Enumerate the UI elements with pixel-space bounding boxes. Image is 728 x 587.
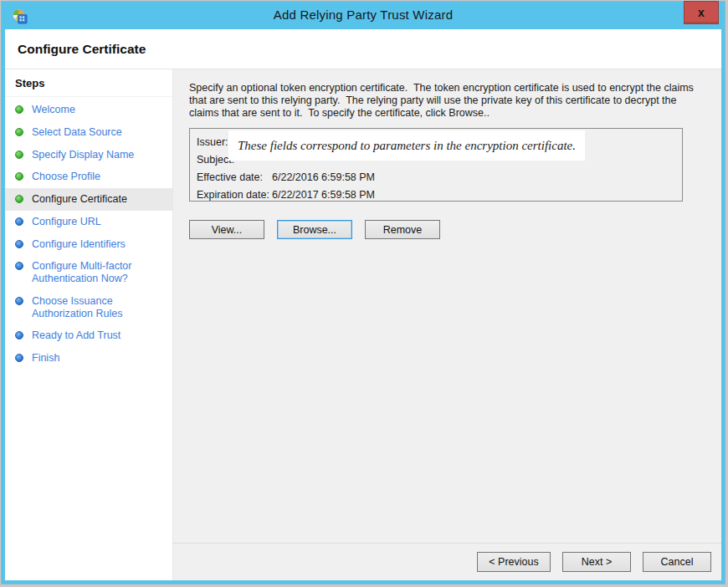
certificate-action-button[interactable]: Remove bbox=[365, 220, 440, 239]
step-item[interactable]: Configure URL bbox=[5, 211, 172, 233]
certificate-action-button[interactable]: Browse... bbox=[277, 220, 352, 239]
step-label: Choose Issuance Authorization Rules bbox=[32, 295, 167, 320]
step-status-dot-icon bbox=[15, 297, 23, 305]
certificate-field-label: Effective date: bbox=[197, 172, 272, 183]
steps-list: Welcome Select Data Source Specify Displ… bbox=[5, 99, 172, 370]
step-label: Welcome bbox=[32, 104, 75, 116]
step-label: Select Data Source bbox=[32, 126, 122, 139]
step-label: Choose Profile bbox=[32, 171, 100, 183]
step-status-dot-icon bbox=[15, 195, 23, 203]
window-title: Add Relying Party Trust Wizard bbox=[2, 8, 725, 22]
step-status-dot-icon bbox=[15, 262, 23, 270]
page-title: Configure Certificate bbox=[18, 42, 146, 57]
step-item[interactable]: Configure Certificate bbox=[5, 188, 172, 211]
step-status-dot-icon bbox=[15, 151, 23, 159]
main-panel: Specify an optional token encryption cer… bbox=[173, 69, 721, 580]
step-item[interactable]: Choose Issuance Authorization Rules bbox=[5, 290, 172, 325]
step-item[interactable]: Configure Multi-factor Authentication No… bbox=[5, 255, 172, 290]
step-item[interactable]: Configure Identifiers bbox=[5, 233, 172, 256]
step-label: Specify Display Name bbox=[32, 149, 134, 161]
step-status-dot-icon bbox=[15, 105, 23, 114]
certificate-field-row: Effective date: 6/22/2016 6:59:58 PM bbox=[197, 168, 682, 186]
step-item[interactable]: Finish bbox=[5, 347, 172, 370]
step-status-dot-icon bbox=[15, 217, 23, 226]
annotation-text: These fields correspond to parameters in… bbox=[238, 139, 576, 153]
step-item[interactable]: Select Data Source bbox=[5, 121, 172, 144]
steps-heading: Steps bbox=[5, 69, 172, 97]
step-item[interactable]: Welcome bbox=[5, 99, 172, 121]
window-content: Configure Certificate Steps Welcome bbox=[5, 29, 721, 580]
steps-sidebar: Steps Welcome Select Data Source bbox=[5, 69, 173, 580]
step-label: Configure Multi-factor Authentication No… bbox=[32, 260, 167, 285]
step-label: Finish bbox=[32, 352, 59, 365]
step-status-dot-icon bbox=[15, 172, 23, 181]
wizard-nav-button[interactable]: Next > bbox=[562, 552, 631, 572]
step-label: Configure Certificate bbox=[32, 193, 127, 206]
step-label: Configure URL bbox=[32, 216, 101, 228]
screen: Add Relying Party Trust Wizard x Configu… bbox=[0, 0, 728, 587]
close-icon: x bbox=[698, 6, 705, 19]
page-header: Configure Certificate bbox=[5, 29, 721, 69]
wizard-footer: < Previous Next > Cancel bbox=[173, 543, 721, 580]
step-label: Configure Identifiers bbox=[32, 238, 126, 251]
step-item[interactable]: Choose Profile bbox=[5, 166, 172, 188]
page-description: Specify an optional token encryption cer… bbox=[189, 82, 695, 119]
step-status-dot-icon bbox=[15, 354, 23, 362]
step-status-dot-icon bbox=[15, 128, 23, 136]
step-item[interactable]: Ready to Add Trust bbox=[5, 324, 172, 347]
certificate-details-box: Issuer: Subject: Effective d bbox=[189, 128, 683, 202]
step-item[interactable]: Specify Display Name bbox=[5, 144, 172, 166]
wizard-nav-button[interactable]: < Previous bbox=[477, 552, 551, 572]
certificate-actions: View... Browse... Remove bbox=[189, 220, 706, 239]
wizard-window: Add Relying Party Trust Wizard x Configu… bbox=[1, 1, 725, 584]
certificate-field-value: 6/22/2016 6:59:58 PM bbox=[272, 172, 375, 183]
close-button[interactable]: x bbox=[684, 1, 719, 24]
wizard-nav-button[interactable]: Cancel bbox=[643, 552, 711, 572]
step-status-dot-icon bbox=[15, 331, 23, 339]
certificate-field-value: 6/22/2017 6:59:58 PM bbox=[272, 190, 375, 201]
certificate-field-row: Expiration date: 6/22/2017 6:59:58 PM bbox=[197, 186, 682, 203]
certificate-action-button[interactable]: View... bbox=[189, 220, 264, 239]
annotation-overlay: These fields correspond to parameters in… bbox=[228, 130, 585, 161]
step-label: Ready to Add Trust bbox=[32, 329, 120, 342]
title-bar: Add Relying Party Trust Wizard x bbox=[2, 2, 725, 29]
certificate-field-label: Expiration date: bbox=[197, 190, 272, 201]
step-status-dot-icon bbox=[15, 240, 23, 248]
